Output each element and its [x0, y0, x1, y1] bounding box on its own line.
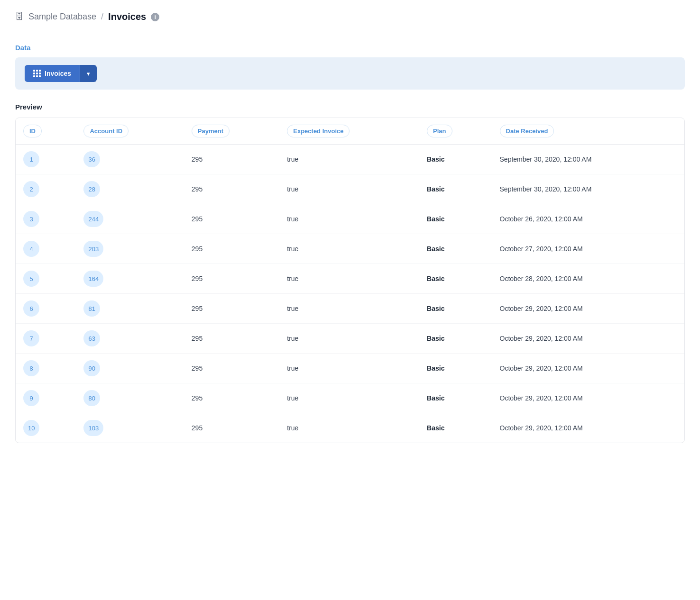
- cell-account-id: 244: [76, 204, 184, 234]
- invoices-table: ID Account ID Payment Expected Invoice P…: [16, 118, 684, 443]
- col-header-id: ID: [16, 118, 76, 145]
- cell-id: 7: [16, 324, 76, 354]
- cell-date-received: October 27, 2020, 12:00 AM: [492, 234, 684, 264]
- cell-payment: 295: [184, 234, 279, 264]
- cell-account-id: 36: [76, 145, 184, 174]
- id-badge: 10: [23, 420, 39, 436]
- id-badge: 8: [23, 360, 39, 376]
- cell-date-received: October 29, 2020, 12:00 AM: [492, 413, 684, 443]
- id-badge: 1: [23, 151, 39, 167]
- table-row: 6 81 295 true Basic October 29, 2020, 12…: [16, 294, 684, 324]
- table-row: 7 63 295 true Basic October 29, 2020, 12…: [16, 324, 684, 354]
- table-row: 5 164 295 true Basic October 28, 2020, 1…: [16, 264, 684, 294]
- cell-expected-invoice: true: [279, 145, 419, 174]
- cell-plan: Basic: [419, 204, 492, 234]
- table-row: 4 203 295 true Basic October 27, 2020, 1…: [16, 234, 684, 264]
- account-id-badge: 63: [83, 330, 100, 346]
- table-row: 9 80 295 true Basic October 29, 2020, 12…: [16, 383, 684, 413]
- col-header-expected-invoice-button[interactable]: Expected Invoice: [287, 125, 350, 137]
- cell-date-received: September 30, 2020, 12:00 AM: [492, 174, 684, 204]
- cell-account-id: 80: [76, 383, 184, 413]
- cell-id: 10: [16, 413, 76, 443]
- page-header: 🗄 Sample Database / Invoices i: [15, 11, 685, 32]
- cell-expected-invoice: true: [279, 264, 419, 294]
- cell-id: 2: [16, 174, 76, 204]
- table-row: 10 103 295 true Basic October 29, 2020, …: [16, 413, 684, 443]
- cell-account-id: 103: [76, 413, 184, 443]
- preview-label: Preview: [15, 103, 685, 111]
- cell-plan: Basic: [419, 294, 492, 324]
- account-id-badge: 164: [83, 271, 103, 287]
- cell-id: 9: [16, 383, 76, 413]
- cell-plan: Basic: [419, 174, 492, 204]
- cell-id: 4: [16, 234, 76, 264]
- table-selector-main-button[interactable]: Invoices: [25, 65, 80, 82]
- cell-account-id: 81: [76, 294, 184, 324]
- cell-plan: Basic: [419, 264, 492, 294]
- cell-id: 1: [16, 145, 76, 174]
- cell-plan: Basic: [419, 413, 492, 443]
- account-id-badge: 103: [83, 420, 103, 436]
- cell-payment: 295: [184, 174, 279, 204]
- cell-expected-invoice: true: [279, 383, 419, 413]
- cell-expected-invoice: true: [279, 204, 419, 234]
- col-header-account-id-button[interactable]: Account ID: [83, 125, 129, 137]
- account-id-badge: 244: [83, 211, 103, 227]
- table-row: 2 28 295 true Basic September 30, 2020, …: [16, 174, 684, 204]
- breadcrumb-db: Sample Database: [28, 12, 96, 22]
- table-selector: Invoices ▾: [25, 65, 97, 82]
- cell-id: 5: [16, 264, 76, 294]
- cell-expected-invoice: true: [279, 354, 419, 383]
- cell-date-received: October 28, 2020, 12:00 AM: [492, 264, 684, 294]
- cell-payment: 295: [184, 324, 279, 354]
- account-id-badge: 90: [83, 360, 100, 376]
- col-header-id-button[interactable]: ID: [23, 125, 42, 137]
- account-id-badge: 28: [83, 181, 100, 197]
- col-header-expected-invoice: Expected Invoice: [279, 118, 419, 145]
- col-header-plan-button[interactable]: Plan: [427, 125, 452, 137]
- cell-id: 6: [16, 294, 76, 324]
- account-id-badge: 80: [83, 390, 100, 406]
- cell-date-received: October 26, 2020, 12:00 AM: [492, 204, 684, 234]
- cell-plan: Basic: [419, 324, 492, 354]
- cell-payment: 295: [184, 354, 279, 383]
- account-id-badge: 36: [83, 151, 100, 167]
- col-header-date-received-button[interactable]: Date Received: [500, 125, 554, 137]
- cell-expected-invoice: true: [279, 234, 419, 264]
- cell-expected-invoice: true: [279, 174, 419, 204]
- col-header-account-id: Account ID: [76, 118, 184, 145]
- cell-payment: 295: [184, 145, 279, 174]
- info-icon[interactable]: i: [151, 13, 159, 21]
- chevron-down-icon: ▾: [87, 70, 90, 77]
- table-row: 3 244 295 true Basic October 26, 2020, 1…: [16, 204, 684, 234]
- cell-expected-invoice: true: [279, 324, 419, 354]
- col-header-payment-button[interactable]: Payment: [192, 125, 230, 137]
- breadcrumb-separator: /: [101, 12, 103, 22]
- account-id-badge: 203: [83, 241, 103, 257]
- cell-date-received: October 29, 2020, 12:00 AM: [492, 324, 684, 354]
- col-header-payment: Payment: [184, 118, 279, 145]
- cell-date-received: September 30, 2020, 12:00 AM: [492, 145, 684, 174]
- cell-payment: 295: [184, 383, 279, 413]
- col-header-date-received: Date Received: [492, 118, 684, 145]
- data-section-label: Data: [15, 44, 685, 52]
- cell-date-received: October 29, 2020, 12:00 AM: [492, 383, 684, 413]
- cell-date-received: October 29, 2020, 12:00 AM: [492, 354, 684, 383]
- cell-date-received: October 29, 2020, 12:00 AM: [492, 294, 684, 324]
- grid-icon: [33, 70, 41, 77]
- cell-payment: 295: [184, 204, 279, 234]
- table-selector-dropdown-button[interactable]: ▾: [80, 65, 97, 82]
- cell-account-id: 164: [76, 264, 184, 294]
- cell-payment: 295: [184, 294, 279, 324]
- cell-expected-invoice: true: [279, 413, 419, 443]
- cell-plan: Basic: [419, 383, 492, 413]
- id-badge: 7: [23, 330, 39, 346]
- cell-account-id: 63: [76, 324, 184, 354]
- cell-payment: 295: [184, 413, 279, 443]
- cell-expected-invoice: true: [279, 294, 419, 324]
- id-badge: 9: [23, 390, 39, 406]
- id-badge: 3: [23, 211, 39, 227]
- cell-account-id: 28: [76, 174, 184, 204]
- table-row: 8 90 295 true Basic October 29, 2020, 12…: [16, 354, 684, 383]
- cell-plan: Basic: [419, 354, 492, 383]
